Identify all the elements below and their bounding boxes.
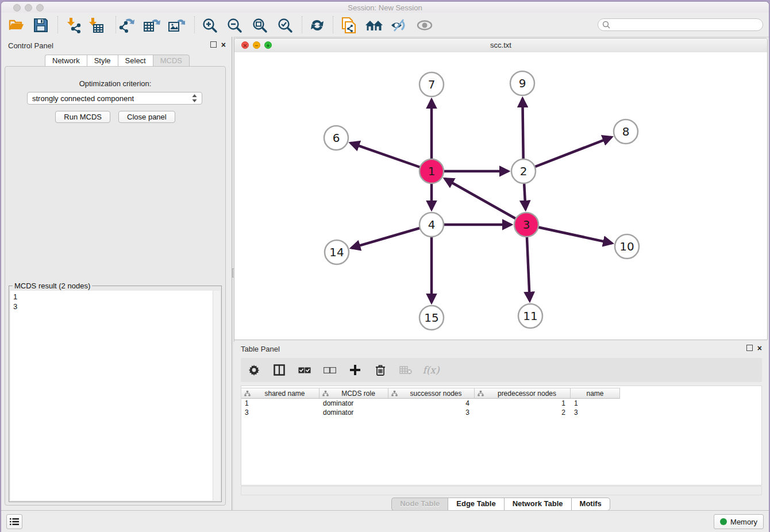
control-tab-select[interactable]: Select (118, 55, 153, 67)
toolbar-separator (333, 16, 334, 33)
column-header-shared-name[interactable]: shared name (241, 388, 319, 399)
edge-2-8[interactable] (523, 137, 611, 171)
control-tab-network[interactable]: Network (45, 55, 87, 67)
criterion-select[interactable]: strongly connected component (27, 92, 202, 105)
result-scrollbar[interactable] (213, 291, 220, 500)
export-image-icon[interactable] (167, 16, 186, 34)
control-tab-mcds[interactable]: MCDS (153, 55, 190, 67)
unselect-all-columns-icon[interactable] (322, 363, 337, 377)
float-panel-icon[interactable] (210, 41, 217, 48)
graph-node-label: 1 (428, 164, 436, 178)
table-row[interactable]: 3dominator323 (241, 408, 620, 417)
window-title: Session: New Session (1, 3, 769, 12)
save-session-icon[interactable] (32, 16, 50, 34)
select-all-columns-icon[interactable] (297, 363, 312, 377)
select-spinner-icon (192, 94, 197, 102)
graph-node-label: 10 (619, 240, 634, 253)
column-header-label: shared name (251, 390, 319, 398)
table-tab-motifs[interactable]: Motifs (571, 498, 610, 511)
table-cell[interactable]: 1 (571, 399, 620, 408)
edge-3-10[interactable] (526, 225, 612, 243)
toolbar-separator (116, 16, 117, 33)
refresh-network-icon[interactable] (308, 16, 326, 34)
table-cell[interactable]: 3 (571, 408, 620, 417)
control-tab-style[interactable]: Style (87, 55, 118, 67)
table-hscrollbar[interactable] (241, 486, 762, 495)
hide-details-eye-icon[interactable] (390, 16, 408, 34)
edge-3-1[interactable] (445, 179, 526, 225)
zoom-out-icon[interactable] (225, 16, 244, 34)
clone-network-icon[interactable] (340, 16, 358, 34)
add-column-icon[interactable] (348, 363, 363, 377)
function-builder-icon: f(x) (424, 363, 438, 377)
mcds-result-area[interactable]: 1 3 (10, 291, 220, 500)
column-header-MCDS-role[interactable]: MCDS role (319, 388, 388, 399)
column-type-icon (244, 391, 251, 396)
float-panel-icon[interactable] (746, 345, 753, 351)
mcds-result-title: MCDS result (2 nodes) (13, 282, 92, 290)
toolbar-separator (57, 16, 59, 33)
open-session-icon[interactable] (7, 16, 26, 34)
toolbar-separator (302, 16, 303, 33)
node-table[interactable]: shared nameMCDS rolesuccessor nodesprede… (241, 385, 762, 485)
graph-node-label: 14 (329, 245, 344, 259)
column-header-label: MCDS role (329, 390, 388, 398)
close-panel-icon[interactable]: × (221, 42, 226, 48)
network-graph[interactable]: 1234678910111415 (234, 52, 767, 340)
table-panel-title: Table Panel (241, 345, 280, 353)
export-network-icon[interactable] (118, 16, 136, 34)
main-toolbar (1, 13, 769, 37)
graph-node-label: 6 (333, 131, 340, 145)
network-window: ✕ − + scc.txt 1234678910111415 (234, 38, 768, 340)
table-cell[interactable]: 4 (388, 399, 475, 408)
column-header-label: predecessor nodes (484, 390, 570, 398)
network-title: scc.txt (234, 41, 767, 49)
table-header-row: shared nameMCDS rolesuccessor nodesprede… (241, 388, 620, 399)
network-window-titlebar: ✕ − + scc.txt (234, 38, 767, 53)
app-window: Session: New Session (1, 2, 769, 532)
import-table-icon[interactable] (87, 16, 106, 34)
column-header-name[interactable]: name (571, 388, 620, 399)
search-input[interactable] (613, 20, 763, 29)
memory-button[interactable]: Memory (714, 514, 764, 529)
column-header-predecessor-nodes[interactable]: predecessor nodes (475, 388, 571, 399)
column-header-successor-nodes[interactable]: successor nodes (388, 388, 475, 399)
show-columns-icon[interactable] (272, 363, 287, 377)
delete-table-icon (398, 363, 413, 377)
edge-1-6[interactable] (351, 143, 432, 171)
network-canvas[interactable]: 1234678910111415 (234, 52, 767, 340)
import-network-icon[interactable] (66, 16, 84, 34)
table-cell[interactable]: dominator (319, 399, 388, 408)
mcds-result-group: MCDS result (2 nodes) 1 3 (9, 286, 222, 502)
task-history-button[interactable] (6, 514, 22, 529)
search-icon (602, 21, 610, 29)
home-icon[interactable] (365, 16, 383, 34)
table-cell[interactable]: 2 (475, 408, 571, 417)
table-cell[interactable]: 3 (241, 408, 319, 417)
table-cell[interactable]: dominator (319, 408, 388, 417)
export-table-icon[interactable] (143, 16, 161, 34)
close-panel-icon[interactable]: × (757, 345, 762, 351)
criterion-value: strongly connected component (32, 94, 134, 103)
search-box[interactable] (598, 18, 763, 31)
graph-node-label: 3 (523, 218, 530, 232)
table-panel: Table Panel × (234, 342, 768, 511)
table-cell[interactable]: 1 (241, 399, 319, 408)
settings-gear-icon[interactable] (247, 363, 261, 377)
run-mcds-button[interactable]: Run MCDS (55, 111, 110, 123)
table-tabs: Node TableEdge TableNetwork TableMotifs (234, 498, 768, 511)
zoom-selected-icon[interactable] (276, 16, 294, 34)
column-header-label: name (571, 390, 619, 398)
zoom-in-icon[interactable] (201, 16, 219, 34)
show-details-eye-icon[interactable] (415, 16, 434, 34)
toolbar-separator (194, 16, 195, 33)
table-tab-node-table[interactable]: Node Table (391, 498, 448, 511)
table-tab-network-table[interactable]: Network Table (504, 498, 571, 511)
close-panel-button[interactable]: Close panel (118, 111, 175, 123)
table-tab-edge-table[interactable]: Edge Table (448, 498, 503, 511)
table-row[interactable]: 1dominator411 (241, 399, 620, 408)
table-cell[interactable]: 3 (388, 408, 475, 417)
table-cell[interactable]: 1 (475, 399, 571, 408)
delete-columns-icon[interactable] (373, 363, 388, 377)
zoom-fit-icon[interactable] (251, 16, 269, 34)
